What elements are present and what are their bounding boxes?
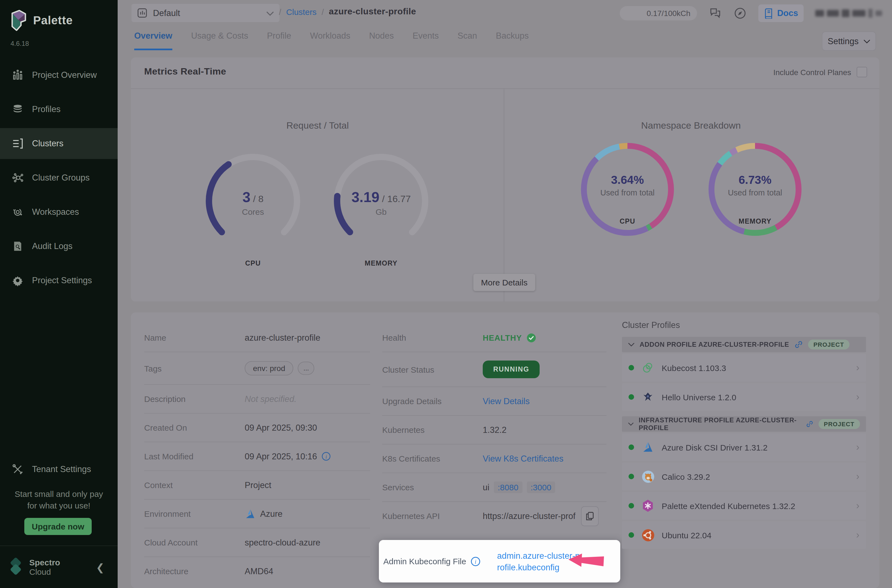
bar-chart-icon (12, 69, 24, 81)
namespace-memory-label: MEMORY (739, 218, 772, 225)
chevron-right-icon: › (856, 500, 859, 512)
docs-button[interactable]: Docs (758, 4, 803, 22)
network-icon (12, 172, 24, 184)
compass-icon[interactable] (733, 7, 747, 20)
check-circle-icon (526, 333, 536, 343)
detail-row-kubernetes-api: Kubernetes API https://azure-cluster-pro… (382, 502, 607, 530)
profile-layer-kubecost[interactable]: Kubecost 1.103.3 › (622, 354, 866, 381)
palette-logo-icon (10, 10, 28, 31)
book-icon (764, 8, 773, 18)
chevron-right-icon: › (856, 529, 859, 541)
tab-workloads[interactable]: Workloads (310, 31, 350, 50)
info-icon[interactable]: i (471, 556, 481, 566)
sidebar-item-project-overview[interactable]: Project Overview (0, 60, 118, 90)
orbit-icon (12, 206, 24, 218)
detail-row-kubernetes: Kubernetes 1.32.2 (382, 416, 607, 444)
details-card: Name azure-cluster-profile Tags env: pro… (131, 312, 879, 588)
detail-row-last-modified: Last Modified 09 Apr 2025, 10:16 i (144, 442, 370, 471)
sidebar-item-label: Profiles (32, 104, 60, 114)
project-selector-value: Default (153, 8, 180, 18)
detail-row-upgrade-details: Upgrade Details View Details (382, 387, 607, 416)
tag-overflow-chip[interactable]: ... (298, 362, 315, 375)
chat-icon[interactable] (709, 7, 722, 20)
tab-overview[interactable]: Overview (134, 31, 172, 50)
sidebar-item-audit-logs[interactable]: Audit Logs (0, 231, 118, 262)
layers-icon (12, 103, 24, 116)
breadcrumb-link-clusters[interactable]: Clusters (286, 7, 317, 16)
tab-usage-costs[interactable]: Usage & Costs (191, 31, 248, 50)
project-badge: PROJECT (808, 339, 850, 350)
sidebar-item-cluster-groups[interactable]: Cluster Groups (0, 162, 118, 193)
view-details-link[interactable]: View Details (483, 396, 607, 406)
detail-row-architecture: Architecture AMD64 (144, 557, 370, 585)
request-total-title: Request / Total (286, 120, 349, 131)
sidebar-item-label: Project Overview (32, 70, 97, 80)
account-menu-redacted[interactable] (815, 9, 882, 18)
detail-row-context: Context Project (144, 471, 370, 500)
include-control-planes: Include Control Planes (773, 67, 867, 77)
tag-chip: env: prod (245, 361, 294, 375)
upgrade-now-button[interactable]: Upgrade now (24, 518, 92, 535)
upgrade-promo-text: Start small and only pay for what you us… (0, 488, 118, 511)
tab-backups[interactable]: Backups (496, 31, 529, 50)
sidebar-item-label: Audit Logs (32, 241, 73, 251)
addon-profile-header[interactable]: ADDON PROFILE AZURE-CLUSTER-PROFILE PROJ… (622, 337, 866, 352)
server-icon (12, 138, 24, 150)
tab-profile[interactable]: Profile (267, 31, 291, 50)
infrastructure-profile-header[interactable]: INFRASTRUCTURE PROFILE AZURE-CLUSTER-PRO… (622, 416, 866, 432)
detail-row-tags: Tags env: prod ... (144, 352, 370, 385)
usage-meter: 0.17/100kCh (620, 6, 697, 20)
status-dot (629, 474, 634, 479)
addon-profile-title: ADDON PROFILE AZURE-CLUSTER-PROFILE (640, 340, 789, 348)
detail-row-created-on: Created On 09 Apr 2025, 09:30 (144, 414, 370, 442)
service-port-link[interactable]: :3000 (527, 482, 555, 493)
sidebar-item-label: Workspaces (32, 207, 79, 217)
sidebar-item-clusters[interactable]: Clusters (0, 128, 118, 159)
view-k8s-certificates-link[interactable]: View K8s Certificates (483, 453, 607, 464)
memory-gauge-value: 3.19 / 16.77 Gb (351, 189, 411, 216)
more-details-button[interactable]: More Details (473, 274, 535, 291)
audit-doc-icon (12, 240, 24, 252)
health-status-text: HEALTHY (483, 333, 522, 342)
profile-layer-ubuntu[interactable]: Ubuntu 22.04 › (622, 521, 866, 549)
detail-row-name: Name azure-cluster-profile (144, 324, 370, 352)
sidebar-collapse-icon[interactable]: ❮ (96, 561, 104, 574)
svg-text:i: i (325, 454, 327, 460)
copy-button[interactable] (581, 506, 599, 526)
info-icon[interactable]: i (321, 452, 331, 461)
detail-row-environment: Environment Azure (144, 500, 370, 528)
sidebar-item-profiles[interactable]: Profiles (0, 94, 118, 125)
project-badge: PROJECT (818, 419, 860, 429)
top-bar: Default / Clusters / azure-cluster-profi… (118, 0, 892, 27)
tab-nodes[interactable]: Nodes (369, 31, 394, 50)
sidebar-item-project-settings[interactable]: Project Settings (0, 265, 118, 296)
namespace-cpu-label: CPU (620, 218, 635, 225)
copy-icon (586, 512, 594, 520)
sidebar-item-tenant-settings[interactable]: Tenant Settings (0, 454, 118, 485)
include-control-planes-checkbox[interactable] (857, 67, 867, 77)
service-port-link[interactable]: :8080 (494, 482, 522, 493)
sidebar-item-workspaces[interactable]: Workspaces (0, 196, 118, 228)
ubuntu-icon (641, 528, 655, 542)
project-selector-dropdown[interactable]: Default (131, 4, 279, 22)
sidebar-item-label: Clusters (32, 139, 63, 148)
link-icon (794, 340, 803, 349)
status-badge: RUNNING (483, 360, 540, 378)
cpu-gauge-label: CPU (245, 260, 261, 267)
chevron-down-icon (628, 342, 635, 347)
tab-scan[interactable]: Scan (458, 31, 477, 50)
cluster-profiles-title: Cluster Profiles (622, 320, 866, 330)
profile-layer-hello-universe[interactable]: Hello Universe 1.2.0 › (622, 383, 866, 411)
breadcrumb-current: azure-cluster-profile (329, 7, 416, 16)
profile-layer-calico[interactable]: Calico 3.29.2 › (622, 463, 866, 490)
breadcrumb: / Clusters / azure-cluster-profile (279, 7, 416, 16)
tab-events[interactable]: Events (413, 31, 439, 50)
status-dot (629, 532, 634, 538)
app-window: Palette 4.6.18 Project Overview Profiles (0, 0, 892, 588)
profile-layer-palette-extended-kubernetes[interactable]: Palette eXtended Kubernetes 1.32.2 › (622, 492, 866, 519)
cpu-gauge-value: 3 / 8 Cores (242, 189, 264, 216)
pink-arrow-annotation (567, 552, 605, 571)
settings-button[interactable]: Settings (822, 32, 876, 51)
profile-layer-azure-disk-csi[interactable]: Azure Disk CSI Driver 1.31.2 › (622, 434, 866, 461)
cluster-tabs: Overview Usage & Costs Profile Workloads… (134, 31, 529, 50)
